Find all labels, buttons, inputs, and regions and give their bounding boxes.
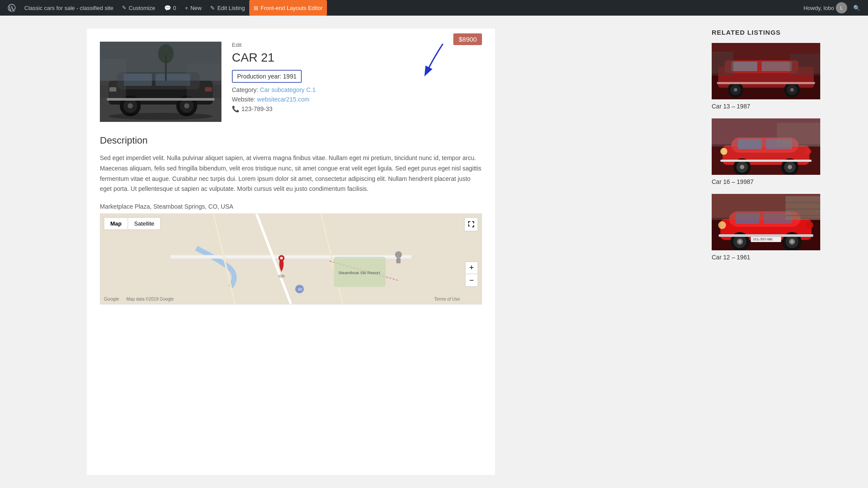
related-image-2 <box>712 118 820 175</box>
svg-point-66 <box>788 165 792 169</box>
layout-icon: ⊞ <box>254 5 258 11</box>
related-label-2: Car 16 – 19987 <box>712 178 754 185</box>
svg-rect-45 <box>762 62 792 71</box>
svg-rect-52 <box>717 82 815 84</box>
related-car-svg-2 <box>712 118 820 175</box>
related-car-svg-1 <box>712 43 820 99</box>
svg-point-9 <box>128 103 133 108</box>
map-zoom-controls: + − <box>465 262 478 287</box>
related-image-3: 1CL-557-ME <box>712 194 820 250</box>
svg-point-38 <box>395 251 402 258</box>
frontend-editor-item[interactable]: ⊞ Front-end Layouts Editor <box>249 0 327 16</box>
google-logo: Google <box>104 296 119 301</box>
description-text: Sed eget imperdiet velit. Nulla pulvinar… <box>100 153 482 194</box>
svg-point-48 <box>734 88 737 92</box>
svg-rect-54 <box>790 54 820 75</box>
website-label: Website: <box>232 96 255 103</box>
map-container: Steamboat Ski Resort 40 Map Sate <box>100 213 482 305</box>
svg-rect-69 <box>720 160 812 162</box>
site-name-item[interactable]: Classic cars for sale - classified site <box>20 0 118 16</box>
customize-label: Customize <box>129 5 155 11</box>
svg-point-89 <box>806 222 813 229</box>
zoom-in-button[interactable]: + <box>465 262 478 274</box>
car-image-svg <box>100 42 221 122</box>
svg-text:Steamboat Ski Resort: Steamboat Ski Resort <box>338 270 380 275</box>
site-name-label: Classic cars for sale - classified site <box>24 5 113 11</box>
svg-text:1CL-557-ME: 1CL-557-ME <box>753 237 772 241</box>
map-expand-button[interactable] <box>464 217 478 231</box>
related-item-1[interactable]: Car 13 – 1987 <box>712 43 833 110</box>
listing-info: Edit CAR 21 $8900 <box>232 42 482 122</box>
comments-item[interactable]: 💬 0 <box>160 0 181 16</box>
svg-point-16 <box>109 113 213 120</box>
svg-point-81 <box>739 240 741 243</box>
main-content: Edit CAR 21 $8900 <box>87 29 495 475</box>
listing-header: Edit CAR 21 $8900 <box>100 42 482 122</box>
listing-title: CAR 21 <box>232 51 274 65</box>
phone-number: 123-789-33 <box>241 105 273 112</box>
price-badge: $8900 <box>453 33 482 45</box>
admin-bar: Classic cars for sale - classified site … <box>0 0 868 16</box>
related-label-1: Car 13 – 1987 <box>712 103 750 110</box>
listing-image <box>100 42 221 122</box>
edit-listing-item[interactable]: ✎ Edit Listing <box>206 0 249 16</box>
wordpress-icon <box>8 4 16 12</box>
related-image-1 <box>712 43 820 99</box>
edit-listing-label: Edit Listing <box>217 5 245 11</box>
customize-item[interactable]: ✎ Customize <box>118 0 159 16</box>
svg-point-33 <box>278 275 285 278</box>
adminbar-right: Howdy, lobo L 🔍 <box>803 2 865 13</box>
svg-point-88 <box>718 221 726 229</box>
satellite-tab[interactable]: Satellite <box>128 218 160 229</box>
map-terms: Terms of Use <box>434 297 460 301</box>
svg-rect-71 <box>777 123 820 147</box>
website-link[interactable]: websitecar215.com <box>257 96 310 103</box>
edit-link[interactable]: Edit <box>232 42 482 48</box>
related-item-3[interactable]: 1CL-557-ME Car 12 – 1961 <box>712 194 833 261</box>
map-controls: Map Satellite <box>104 217 161 230</box>
svg-rect-15 <box>107 98 215 101</box>
category-label: Category: <box>232 86 258 93</box>
sidebar: RELATED LISTINGS <box>712 29 833 269</box>
svg-point-85 <box>791 240 793 243</box>
svg-point-68 <box>805 148 811 154</box>
new-item[interactable]: + New <box>181 0 206 16</box>
website-row: Website: websitecar215.com <box>232 96 482 103</box>
svg-point-51 <box>790 88 794 92</box>
category-row: Category: Car subcategory C.1 <box>232 86 482 93</box>
svg-rect-39 <box>396 258 401 263</box>
map-data-credit: Map data ©2019 Google <box>126 297 174 301</box>
svg-point-63 <box>740 165 744 169</box>
svg-point-35 <box>280 257 283 259</box>
howdy-label: Howdy, lobo <box>803 5 834 11</box>
related-label-3: Car 12 – 1961 <box>712 254 750 261</box>
map-tab[interactable]: Map <box>104 218 128 229</box>
svg-text:40: 40 <box>298 287 302 291</box>
phone-icon: 📞 <box>232 105 239 112</box>
related-item-2[interactable]: Car 16 – 19987 <box>712 118 833 185</box>
map-section: Marketplace Plaza, Steamboat Springs, CO… <box>100 203 482 305</box>
plus-icon: + <box>185 5 188 11</box>
category-link[interactable]: Car subcategory C.1 <box>260 86 316 93</box>
map-address: Marketplace Plaza, Steamboat Springs, CO… <box>100 203 482 210</box>
svg-point-12 <box>184 103 189 108</box>
svg-rect-53 <box>712 52 733 75</box>
comment-icon: 💬 <box>164 5 171 11</box>
zoom-out-button[interactable]: − <box>465 274 478 286</box>
related-title: RELATED LISTINGS <box>712 29 833 36</box>
pencil-icon: ✎ <box>122 5 126 11</box>
description-title: Description <box>100 135 482 146</box>
svg-rect-92 <box>785 196 820 220</box>
wp-logo-item[interactable] <box>3 0 20 16</box>
expand-icon <box>468 221 475 228</box>
user-avatar: L <box>836 2 847 13</box>
phone-row: 📞 123-789-33 <box>232 105 482 112</box>
production-year-box: Production year: 1991 <box>232 70 302 83</box>
svg-point-67 <box>720 148 727 155</box>
svg-rect-44 <box>731 62 757 71</box>
frontend-editor-label: Front-end Layouts Editor <box>261 5 323 11</box>
new-label: New <box>190 5 201 11</box>
svg-rect-90 <box>719 234 813 237</box>
description-section: Description Sed eget imperdiet velit. Nu… <box>100 135 482 194</box>
search-icon[interactable]: 🔍 <box>849 5 865 11</box>
